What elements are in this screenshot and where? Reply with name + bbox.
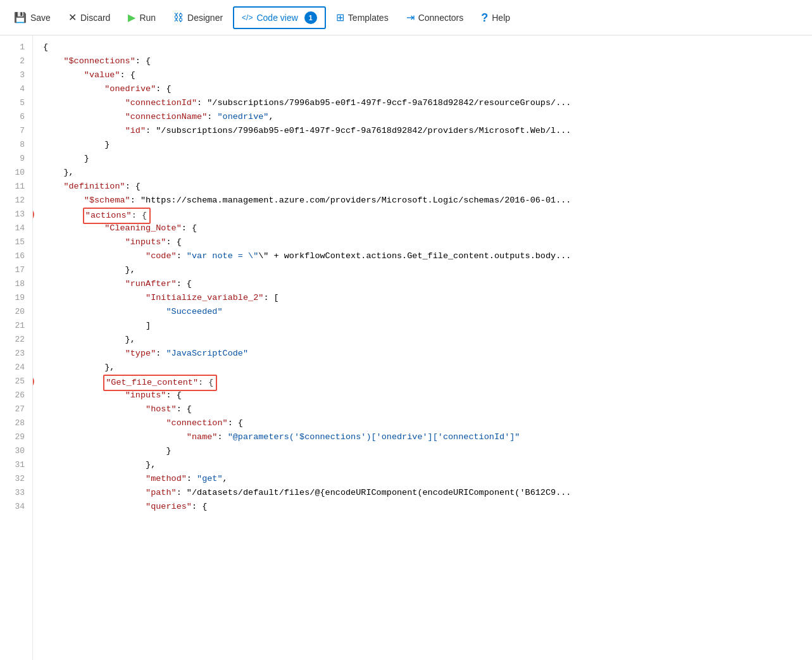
code-line: "code": "var note = \"\" + workflowConte…	[43, 249, 812, 263]
code-line: "host": {	[43, 402, 812, 416]
toolbar: 💾 Save ✕ Discard ▶ Run ⛓ Designer </> Co…	[0, 0, 812, 35]
codeview-badge: 1	[304, 11, 317, 24]
code-line: },	[43, 263, 812, 277]
codeview-icon: </>	[242, 14, 253, 22]
connectors-icon: ⇥	[406, 13, 415, 23]
connectors-label: Connectors	[418, 13, 464, 23]
code-line: {	[43, 40, 812, 54]
code-line: "$connections": {	[43, 54, 812, 68]
code-line: }	[43, 444, 812, 458]
templates-button[interactable]: ⊞ Templates	[328, 9, 396, 27]
save-icon: 💾	[14, 13, 27, 23]
code-line: "Succeeded"	[43, 305, 812, 319]
templates-label: Templates	[348, 13, 389, 23]
code-line: "name": "@parameters('$connections')['on…	[43, 430, 812, 444]
help-button[interactable]: ? Help	[473, 8, 518, 27]
designer-button[interactable]: ⛓ Designer	[166, 9, 230, 27]
code-line: "connection": {	[43, 416, 812, 430]
code-line: "queries": {	[43, 500, 812, 514]
code-line: }	[43, 152, 812, 166]
code-line: "value": {	[43, 68, 812, 82]
run-button[interactable]: ▶ Run	[120, 9, 163, 27]
annotation-badge-3: 3	[33, 375, 34, 389]
code-line: 3 "Get_file_content": {	[43, 375, 812, 389]
discard-button[interactable]: ✕ Discard	[61, 9, 118, 27]
code-line: "runAfter": {	[43, 277, 812, 291]
code-line: "Cleaning_Note": {	[43, 221, 812, 235]
code-line: "method": "get",	[43, 472, 812, 486]
discard-label: Discard	[80, 13, 110, 23]
code-line: "$schema": "https://schema.management.az…	[43, 194, 812, 208]
templates-icon: ⊞	[336, 13, 344, 23]
code-line: "connectionId": "/subscriptions/7996ab95…	[43, 96, 812, 110]
code-line: ]	[43, 319, 812, 333]
code-line: },	[43, 361, 812, 375]
code-line: "path": "/datasets/default/files/@{encod…	[43, 486, 812, 500]
code-line: "definition": {	[43, 180, 812, 194]
codeview-button[interactable]: </> Code view 1	[233, 6, 326, 29]
code-editor[interactable]: 1234567891011121314151617181920212223242…	[0, 35, 812, 660]
help-label: Help	[492, 13, 510, 23]
annotation-badge-2: 2	[33, 208, 34, 221]
save-button[interactable]: 💾 Save	[6, 9, 58, 27]
code-line: 2 "actions": {	[43, 208, 812, 221]
line-numbers: 1234567891011121314151617181920212223242…	[0, 35, 33, 660]
code-line: "type": "JavaScriptCode"	[43, 347, 812, 361]
code-area[interactable]: { "$connections": { "value": { "onedrive…	[33, 35, 812, 660]
run-icon: ▶	[128, 13, 135, 23]
code-line: },	[43, 166, 812, 180]
code-line: "onedrive": {	[43, 82, 812, 96]
run-label: Run	[139, 13, 156, 23]
code-line: "id": "/subscriptions/7996ab95-e0f1-497f…	[43, 124, 812, 138]
code-line: "inputs": {	[43, 235, 812, 249]
discard-icon: ✕	[68, 13, 77, 23]
designer-label: Designer	[187, 13, 223, 23]
codeview-label: Code view	[256, 13, 297, 23]
code-line: "Initialize_variable_2": [	[43, 291, 812, 305]
code-line: }	[43, 138, 812, 152]
code-line: "inputs": {	[43, 389, 812, 402]
designer-icon: ⛓	[173, 13, 184, 23]
code-line: "connectionName": "onedrive",	[43, 110, 812, 124]
connectors-button[interactable]: ⇥ Connectors	[399, 9, 472, 27]
code-line: },	[43, 458, 812, 472]
code-line: },	[43, 333, 812, 347]
save-label: Save	[30, 13, 51, 23]
help-icon: ?	[481, 12, 488, 23]
